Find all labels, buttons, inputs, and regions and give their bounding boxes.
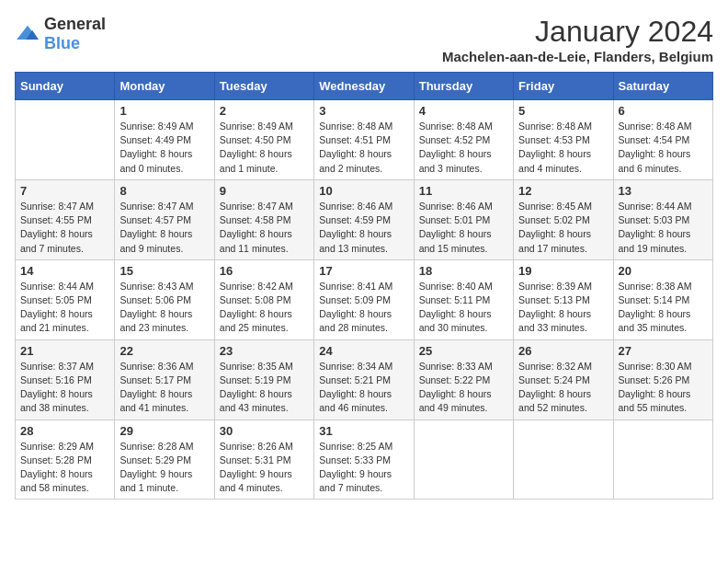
calendar-week-row: 14 Sunrise: 8:44 AM Sunset: 5:05 PM Dayl… [16, 259, 713, 339]
column-header-sunday: Sunday [16, 73, 115, 100]
day-number: 27 [619, 344, 708, 358]
sunset-text: Sunset: 5:11 PM [419, 294, 491, 305]
column-header-friday: Friday [514, 73, 613, 100]
sunset-text: Sunset: 5:31 PM [220, 454, 291, 465]
day-number: 12 [518, 184, 608, 198]
sunset-text: Sunset: 5:13 PM [518, 294, 590, 305]
sunrise-text: Sunrise: 8:39 AM [518, 281, 592, 292]
daylight-text: Daylight: 9 hours and 4 minutes. [220, 468, 292, 493]
day-number: 23 [220, 344, 309, 358]
day-info: Sunrise: 8:44 AM Sunset: 5:03 PM Dayligh… [619, 200, 708, 256]
calendar-cell: 9 Sunrise: 8:47 AM Sunset: 4:58 PM Dayli… [214, 179, 313, 259]
day-number: 22 [119, 344, 209, 358]
calendar-cell: 15 Sunrise: 8:43 AM Sunset: 5:06 PM Dayl… [115, 259, 214, 339]
sunset-text: Sunset: 5:02 PM [518, 214, 590, 225]
title-area: January 2024 Machelen-aan-de-Leie, Fland… [442, 15, 713, 64]
day-number: 9 [220, 184, 309, 198]
calendar-cell [414, 419, 513, 500]
sunrise-text: Sunrise: 8:26 AM [220, 441, 293, 452]
calendar-cell: 23 Sunrise: 8:35 AM Sunset: 5:19 PM Dayl… [214, 339, 313, 419]
sunset-text: Sunset: 4:55 PM [20, 214, 92, 225]
day-info: Sunrise: 8:34 AM Sunset: 5:21 PM Dayligh… [319, 360, 408, 416]
daylight-text: Daylight: 8 hours and 19 minutes. [619, 228, 691, 253]
sunrise-text: Sunrise: 8:29 AM [20, 441, 94, 452]
daylight-text: Daylight: 8 hours and 55 minutes. [619, 388, 691, 413]
daylight-text: Daylight: 8 hours and 15 minutes. [419, 228, 492, 253]
day-number: 25 [419, 344, 508, 358]
sunset-text: Sunset: 5:24 PM [518, 374, 590, 385]
daylight-text: Daylight: 8 hours and 33 minutes. [518, 308, 591, 333]
sunset-text: Sunset: 5:19 PM [220, 374, 291, 385]
sunset-text: Sunset: 5:21 PM [319, 374, 391, 385]
sunrise-text: Sunrise: 8:34 AM [319, 361, 392, 372]
day-info: Sunrise: 8:48 AM Sunset: 4:53 PM Dayligh… [518, 120, 608, 176]
sunrise-text: Sunrise: 8:25 AM [319, 441, 392, 452]
calendar-cell: 2 Sunrise: 8:49 AM Sunset: 4:50 PM Dayli… [214, 100, 313, 180]
sunrise-text: Sunrise: 8:40 AM [419, 281, 493, 292]
calendar-cell: 8 Sunrise: 8:47 AM Sunset: 4:57 PM Dayli… [115, 179, 214, 259]
calendar-cell [514, 419, 613, 500]
day-number: 17 [319, 264, 408, 278]
sunrise-text: Sunrise: 8:46 AM [319, 201, 392, 212]
sunrise-text: Sunrise: 8:48 AM [319, 121, 392, 132]
day-info: Sunrise: 8:48 AM Sunset: 4:52 PM Dayligh… [419, 120, 508, 176]
daylight-text: Daylight: 9 hours and 1 minute. [119, 468, 192, 493]
calendar-table: SundayMondayTuesdayWednesdayThursdayFrid… [15, 72, 713, 500]
column-header-tuesday: Tuesday [214, 73, 313, 100]
sunset-text: Sunset: 5:26 PM [619, 374, 690, 385]
day-info: Sunrise: 8:30 AM Sunset: 5:26 PM Dayligh… [619, 360, 708, 416]
sunrise-text: Sunrise: 8:35 AM [220, 361, 293, 372]
daylight-text: Daylight: 8 hours and 30 minutes. [419, 308, 492, 333]
day-number: 4 [419, 104, 508, 118]
day-number: 11 [419, 184, 508, 198]
day-number: 10 [319, 184, 408, 198]
day-info: Sunrise: 8:37 AM Sunset: 5:16 PM Dayligh… [20, 360, 109, 416]
day-info: Sunrise: 8:33 AM Sunset: 5:22 PM Dayligh… [419, 360, 508, 416]
sunrise-text: Sunrise: 8:48 AM [619, 121, 692, 132]
sunset-text: Sunset: 5:33 PM [319, 454, 391, 465]
calendar-cell: 28 Sunrise: 8:29 AM Sunset: 5:28 PM Dayl… [16, 419, 115, 500]
calendar-cell: 19 Sunrise: 8:39 AM Sunset: 5:13 PM Dayl… [514, 259, 613, 339]
calendar-cell: 27 Sunrise: 8:30 AM Sunset: 5:26 PM Dayl… [613, 339, 712, 419]
calendar-cell: 7 Sunrise: 8:47 AM Sunset: 4:55 PM Dayli… [16, 179, 115, 259]
sunset-text: Sunset: 4:49 PM [119, 134, 191, 145]
sunset-text: Sunset: 5:17 PM [119, 374, 191, 385]
sunset-text: Sunset: 4:59 PM [319, 214, 391, 225]
calendar-cell: 14 Sunrise: 8:44 AM Sunset: 5:05 PM Dayl… [16, 259, 115, 339]
calendar-cell: 12 Sunrise: 8:45 AM Sunset: 5:02 PM Dayl… [514, 179, 613, 259]
daylight-text: Daylight: 8 hours and 35 minutes. [619, 308, 691, 333]
day-info: Sunrise: 8:47 AM Sunset: 4:55 PM Dayligh… [20, 200, 109, 256]
day-number: 16 [220, 264, 309, 278]
day-info: Sunrise: 8:49 AM Sunset: 4:50 PM Dayligh… [220, 120, 309, 176]
day-number: 21 [20, 344, 109, 358]
daylight-text: Daylight: 8 hours and 58 minutes. [20, 468, 93, 493]
sunset-text: Sunset: 4:51 PM [319, 134, 391, 145]
calendar-cell: 4 Sunrise: 8:48 AM Sunset: 4:52 PM Dayli… [414, 100, 513, 180]
day-info: Sunrise: 8:48 AM Sunset: 4:51 PM Dayligh… [319, 120, 408, 176]
sunrise-text: Sunrise: 8:36 AM [119, 361, 193, 372]
sunrise-text: Sunrise: 8:46 AM [419, 201, 493, 212]
sunrise-text: Sunrise: 8:38 AM [619, 281, 692, 292]
daylight-text: Daylight: 8 hours and 28 minutes. [319, 308, 392, 333]
calendar-cell: 17 Sunrise: 8:41 AM Sunset: 5:09 PM Dayl… [314, 259, 414, 339]
day-info: Sunrise: 8:41 AM Sunset: 5:09 PM Dayligh… [319, 280, 408, 336]
sunrise-text: Sunrise: 8:49 AM [119, 121, 193, 132]
day-info: Sunrise: 8:29 AM Sunset: 5:28 PM Dayligh… [20, 440, 109, 496]
day-info: Sunrise: 8:40 AM Sunset: 5:11 PM Dayligh… [419, 280, 508, 336]
day-info: Sunrise: 8:46 AM Sunset: 5:01 PM Dayligh… [419, 200, 508, 256]
sunset-text: Sunset: 5:09 PM [319, 294, 391, 305]
sunrise-text: Sunrise: 8:43 AM [119, 281, 193, 292]
sunset-text: Sunset: 4:50 PM [220, 134, 291, 145]
day-info: Sunrise: 8:47 AM Sunset: 4:57 PM Dayligh… [119, 200, 209, 256]
day-info: Sunrise: 8:39 AM Sunset: 5:13 PM Dayligh… [518, 280, 608, 336]
sunrise-text: Sunrise: 8:37 AM [20, 361, 94, 372]
daylight-text: Daylight: 8 hours and 0 minutes. [119, 148, 192, 173]
day-info: Sunrise: 8:45 AM Sunset: 5:02 PM Dayligh… [518, 200, 608, 256]
header-area: General Blue January 2024 Machelen-aan-d… [15, 15, 713, 64]
day-info: Sunrise: 8:25 AM Sunset: 5:33 PM Dayligh… [319, 440, 408, 496]
calendar-subtitle: Machelen-aan-de-Leie, Flanders, Belgium [442, 49, 713, 64]
day-info: Sunrise: 8:43 AM Sunset: 5:06 PM Dayligh… [119, 280, 209, 336]
day-number: 29 [119, 424, 209, 438]
calendar-cell: 21 Sunrise: 8:37 AM Sunset: 5:16 PM Dayl… [16, 339, 115, 419]
calendar-cell: 20 Sunrise: 8:38 AM Sunset: 5:14 PM Dayl… [613, 259, 712, 339]
